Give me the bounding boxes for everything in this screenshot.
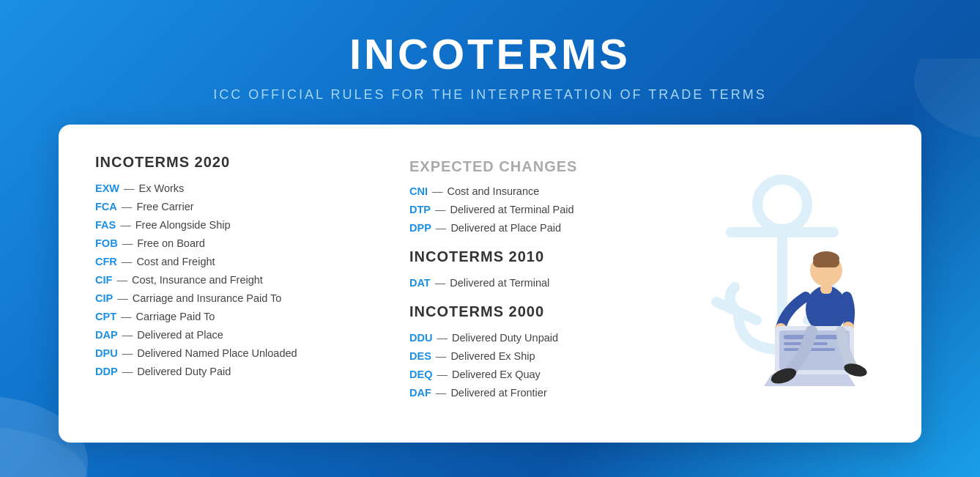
- term-dash: —: [434, 369, 450, 380]
- term-dash: —: [119, 201, 136, 212]
- term-description: Ex Works: [139, 182, 185, 194]
- term-description: Delivered Duty Paid: [137, 366, 231, 377]
- term-dash: —: [429, 185, 446, 197]
- term-description: Delivered at Place Paid: [450, 222, 561, 234]
- term-dash: —: [121, 182, 138, 194]
- term-dash: —: [433, 350, 450, 362]
- svg-rect-10: [813, 257, 839, 267]
- list-item: DDU — Delivered Duty Unpaid: [409, 332, 680, 344]
- illustration-column: [680, 154, 885, 413]
- term-description: Delivered Named Place Unloaded: [137, 347, 297, 359]
- term-code: DDP: [95, 366, 118, 377]
- term-dash: —: [433, 222, 450, 234]
- term-code: FCA: [95, 201, 117, 212]
- term-dash: —: [434, 332, 450, 344]
- term-code: FOB: [95, 237, 118, 249]
- page-title: INCOTERMS: [15, 29, 965, 78]
- term-code: FAS: [95, 219, 116, 231]
- list-item: DAP — Delivered at Place: [95, 329, 365, 341]
- term-code: DAP: [95, 329, 118, 341]
- incoterms-2020-title: INCOTERMS 2020: [95, 154, 365, 171]
- term-description: Cost and Insurance: [448, 185, 540, 197]
- incoterms-2010-list: DAT — Delivered at Terminal: [409, 277, 680, 289]
- incoterms-2010-section: INCOTERMS 2010 DAT — Delivered at Termin…: [409, 248, 680, 289]
- term-description: Carriage and Insurance Paid To: [133, 292, 282, 304]
- term-code: CPT: [95, 311, 116, 322]
- list-item: CIF — Cost, Insurance and Freight: [95, 274, 365, 286]
- expected-changes-section: EXPECTED CHANGES CNI — Cost and Insuranc…: [409, 158, 680, 234]
- term-dash: —: [114, 274, 130, 286]
- term-code: DDU: [409, 332, 432, 344]
- term-code: DAT: [409, 277, 431, 289]
- term-description: Free Carrier: [136, 201, 193, 212]
- header: INCOTERMS ICC OFFICIAL RULES FOR THE INT…: [0, 0, 980, 125]
- term-code: DEQ: [409, 369, 432, 380]
- incoterms-2020-list: EXW — Ex WorksFCA — Free CarrierFAS — Fr…: [95, 182, 365, 377]
- term-dash: —: [119, 329, 136, 341]
- list-item: EXW — Ex Works: [95, 182, 365, 194]
- list-item: CIP — Carriage and Insurance Paid To: [95, 292, 365, 304]
- term-code: CIF: [95, 274, 112, 286]
- expected-changes-title: EXPECTED CHANGES: [409, 158, 680, 175]
- list-item: DAF — Delivered at Frontier: [409, 387, 680, 399]
- list-item: FOB — Free on Board: [95, 237, 365, 249]
- list-item: DES — Delivered Ex Ship: [409, 350, 680, 362]
- term-dash: —: [119, 347, 136, 359]
- incoterms-2000-section: INCOTERMS 2000 DDU — Delivered Duty Unpa…: [409, 303, 680, 399]
- list-item: DPU — Delivered Named Place Unloaded: [95, 347, 365, 359]
- term-description: Free Alongside Ship: [136, 219, 231, 231]
- term-description: Delivered at Terminal Paid: [450, 204, 574, 215]
- term-dash: —: [117, 219, 134, 231]
- term-dash: —: [433, 387, 450, 399]
- term-code: EXW: [95, 182, 119, 194]
- middle-column: EXPECTED CHANGES CNI — Cost and Insuranc…: [365, 154, 680, 413]
- list-item: DTP — Delivered at Terminal Paid: [409, 204, 680, 215]
- expected-changes-list: CNI — Cost and InsuranceDTP — Delivered …: [409, 185, 680, 234]
- term-dash: —: [432, 204, 449, 215]
- incoterms-2000-title: INCOTERMS 2000: [409, 303, 680, 320]
- list-item: CPT — Carriage Paid To: [95, 311, 365, 322]
- svg-rect-12: [820, 284, 832, 294]
- list-item: FCA — Free Carrier: [95, 201, 365, 212]
- term-dash: —: [432, 277, 449, 289]
- incoterms-2010-title: INCOTERMS 2010: [409, 248, 680, 265]
- term-code: DAF: [409, 387, 431, 399]
- term-code: DPP: [409, 222, 431, 234]
- term-description: Carriage Paid To: [136, 311, 215, 322]
- term-code: DES: [409, 350, 431, 362]
- term-dash: —: [119, 256, 136, 267]
- list-item: DPP — Delivered at Place Paid: [409, 222, 680, 234]
- term-code: DPU: [95, 347, 118, 359]
- term-description: Cost and Freight: [136, 256, 215, 267]
- term-code: CNI: [409, 185, 428, 197]
- person-illustration: [731, 240, 877, 401]
- list-item: DAT — Delivered at Terminal: [409, 277, 680, 289]
- list-item: DEQ — Delivered Ex Quay: [409, 369, 680, 380]
- term-description: Free on Board: [137, 237, 205, 249]
- list-item: CFR — Cost and Freight: [95, 256, 365, 267]
- term-description: Delivered Duty Unpaid: [452, 332, 558, 344]
- term-description: Delivered Ex Ship: [450, 350, 535, 362]
- term-code: CFR: [95, 256, 117, 267]
- list-item: FAS — Free Alongside Ship: [95, 219, 365, 231]
- incoterms-2000-list: DDU — Delivered Duty UnpaidDES — Deliver…: [409, 332, 680, 399]
- term-code: CIP: [95, 292, 113, 304]
- term-description: Delivered at Frontier: [450, 387, 546, 399]
- list-item: CNI — Cost and Insurance: [409, 185, 680, 197]
- list-item: DDP — Delivered Duty Paid: [95, 366, 365, 377]
- term-dash: —: [118, 311, 135, 322]
- term-code: DTP: [409, 204, 431, 215]
- svg-point-3: [757, 180, 807, 229]
- page-subtitle: ICC OFFICIAL RULES FOR THE INTERPRETATIO…: [15, 87, 965, 103]
- term-description: Cost, Insurance and Freight: [132, 274, 263, 286]
- term-description: Delivered Ex Quay: [452, 369, 541, 380]
- term-description: Delivered at Terminal: [450, 277, 549, 289]
- incoterms-2020-column: INCOTERMS 2020 EXW — Ex WorksFCA — Free …: [95, 154, 365, 413]
- term-description: Delivered at Place: [137, 329, 223, 341]
- main-card: INCOTERMS 2020 EXW — Ex WorksFCA — Free …: [59, 125, 921, 443]
- term-dash: —: [114, 292, 131, 304]
- term-dash: —: [119, 237, 136, 249]
- illustration-area: [680, 166, 885, 401]
- term-dash: —: [119, 366, 136, 377]
